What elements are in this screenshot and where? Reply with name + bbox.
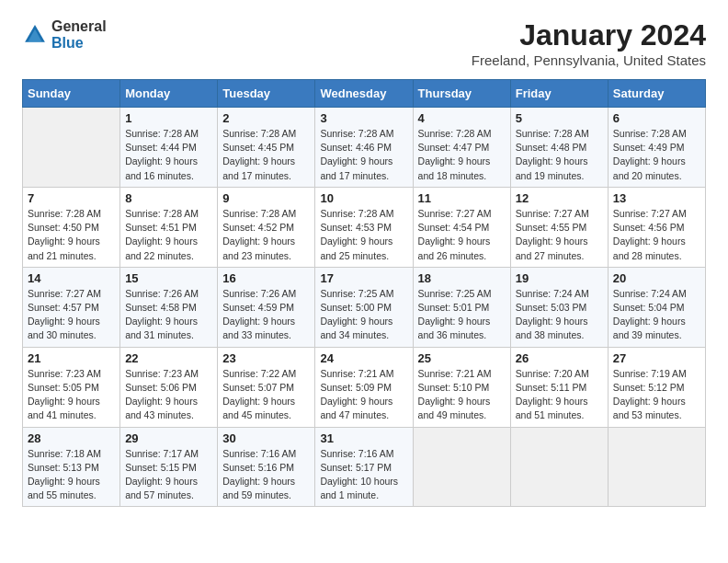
calendar-cell — [510, 427, 608, 507]
day-number: 29 — [125, 431, 212, 445]
day-info: Sunrise: 7:28 AMSunset: 4:46 PMDaylight:… — [320, 127, 407, 183]
day-info: Sunrise: 7:28 AMSunset: 4:45 PMDaylight:… — [222, 127, 310, 183]
calendar-cell: 7Sunrise: 7:28 AMSunset: 4:50 PMDaylight… — [23, 187, 120, 267]
day-info: Sunrise: 7:28 AMSunset: 4:47 PMDaylight:… — [418, 127, 506, 183]
week-row-3: 21Sunrise: 7:23 AMSunset: 5:05 PMDayligh… — [23, 347, 706, 427]
day-number: 30 — [222, 431, 310, 445]
day-number: 27 — [613, 351, 700, 365]
day-number: 12 — [516, 191, 603, 205]
day-number: 22 — [125, 351, 212, 365]
header-row: SundayMondayTuesdayWednesdayThursdayFrid… — [23, 80, 706, 108]
day-info: Sunrise: 7:25 AMSunset: 5:00 PMDaylight:… — [320, 287, 407, 343]
calendar-cell: 17Sunrise: 7:25 AMSunset: 5:00 PMDayligh… — [315, 267, 413, 347]
calendar-cell: 19Sunrise: 7:24 AMSunset: 5:03 PMDayligh… — [510, 267, 608, 347]
day-number: 14 — [28, 271, 115, 285]
day-info: Sunrise: 7:27 AMSunset: 4:54 PMDaylight:… — [418, 207, 506, 263]
day-info: Sunrise: 7:22 AMSunset: 5:07 PMDaylight:… — [222, 367, 310, 423]
calendar-cell: 14Sunrise: 7:27 AMSunset: 4:57 PMDayligh… — [23, 267, 120, 347]
header-wednesday: Wednesday — [315, 80, 413, 108]
day-number: 4 — [418, 111, 506, 125]
week-row-1: 7Sunrise: 7:28 AMSunset: 4:50 PMDaylight… — [23, 187, 706, 267]
calendar-cell: 6Sunrise: 7:28 AMSunset: 4:49 PMDaylight… — [608, 108, 705, 188]
day-info: Sunrise: 7:28 AMSunset: 4:49 PMDaylight:… — [613, 127, 700, 183]
location: Freeland, Pennsylvania, United States — [472, 52, 706, 68]
calendar-cell: 8Sunrise: 7:28 AMSunset: 4:51 PMDaylight… — [120, 187, 218, 267]
calendar-cell: 24Sunrise: 7:21 AMSunset: 5:09 PMDayligh… — [315, 347, 413, 427]
day-number: 7 — [28, 191, 115, 205]
week-row-2: 14Sunrise: 7:27 AMSunset: 4:57 PMDayligh… — [23, 267, 706, 347]
header-tuesday: Tuesday — [218, 80, 315, 108]
day-number: 2 — [222, 111, 310, 125]
generalblue-logo-icon — [22, 22, 48, 48]
day-info: Sunrise: 7:28 AMSunset: 4:48 PMDaylight:… — [516, 127, 603, 183]
day-number: 13 — [613, 191, 700, 205]
day-info: Sunrise: 7:24 AMSunset: 5:04 PMDaylight:… — [613, 287, 700, 343]
day-info: Sunrise: 7:28 AMSunset: 4:44 PMDaylight:… — [125, 127, 212, 183]
calendar-cell: 1Sunrise: 7:28 AMSunset: 4:44 PMDaylight… — [120, 108, 218, 188]
calendar-cell: 27Sunrise: 7:19 AMSunset: 5:12 PMDayligh… — [608, 347, 705, 427]
day-info: Sunrise: 7:16 AMSunset: 5:16 PMDaylight:… — [222, 447, 310, 503]
day-number: 10 — [320, 191, 407, 205]
calendar-cell: 5Sunrise: 7:28 AMSunset: 4:48 PMDaylight… — [510, 108, 608, 188]
day-number: 6 — [613, 111, 700, 125]
calendar-header: SundayMondayTuesdayWednesdayThursdayFrid… — [23, 80, 706, 108]
day-info: Sunrise: 7:23 AMSunset: 5:05 PMDaylight:… — [28, 367, 115, 423]
day-info: Sunrise: 7:28 AMSunset: 4:52 PMDaylight:… — [222, 207, 310, 263]
calendar-cell: 30Sunrise: 7:16 AMSunset: 5:16 PMDayligh… — [218, 427, 315, 507]
day-info: Sunrise: 7:27 AMSunset: 4:57 PMDaylight:… — [28, 287, 115, 343]
day-number: 16 — [222, 271, 310, 285]
calendar-cell: 11Sunrise: 7:27 AMSunset: 4:54 PMDayligh… — [413, 187, 510, 267]
calendar-cell: 16Sunrise: 7:26 AMSunset: 4:59 PMDayligh… — [218, 267, 315, 347]
day-number: 18 — [418, 271, 506, 285]
day-number: 8 — [125, 191, 212, 205]
title-block: January 2024 Freeland, Pennsylvania, Uni… — [472, 18, 706, 68]
header-thursday: Thursday — [413, 80, 510, 108]
calendar-cell: 18Sunrise: 7:25 AMSunset: 5:01 PMDayligh… — [413, 267, 510, 347]
month-title: January 2024 — [472, 18, 706, 52]
week-row-0: 1Sunrise: 7:28 AMSunset: 4:44 PMDaylight… — [23, 108, 706, 188]
calendar-cell: 25Sunrise: 7:21 AMSunset: 5:10 PMDayligh… — [413, 347, 510, 427]
header-sunday: Sunday — [23, 80, 120, 108]
header-friday: Friday — [510, 80, 608, 108]
header-saturday: Saturday — [608, 80, 705, 108]
calendar-cell: 3Sunrise: 7:28 AMSunset: 4:46 PMDaylight… — [315, 108, 413, 188]
day-info: Sunrise: 7:17 AMSunset: 5:15 PMDaylight:… — [125, 447, 212, 503]
day-number: 20 — [613, 271, 700, 285]
day-number: 15 — [125, 271, 212, 285]
calendar-cell: 12Sunrise: 7:27 AMSunset: 4:55 PMDayligh… — [510, 187, 608, 267]
calendar-cell: 13Sunrise: 7:27 AMSunset: 4:56 PMDayligh… — [608, 187, 705, 267]
calendar-cell: 10Sunrise: 7:28 AMSunset: 4:53 PMDayligh… — [315, 187, 413, 267]
header-monday: Monday — [120, 80, 218, 108]
page-header: General Blue January 2024 Freeland, Penn… — [22, 18, 706, 68]
day-info: Sunrise: 7:19 AMSunset: 5:12 PMDaylight:… — [613, 367, 700, 423]
logo-blue: Blue — [51, 35, 84, 51]
day-number: 19 — [516, 271, 603, 285]
calendar-cell: 15Sunrise: 7:26 AMSunset: 4:58 PMDayligh… — [120, 267, 218, 347]
day-info: Sunrise: 7:24 AMSunset: 5:03 PMDaylight:… — [516, 287, 603, 343]
day-number: 28 — [28, 431, 115, 445]
calendar-cell: 22Sunrise: 7:23 AMSunset: 5:06 PMDayligh… — [120, 347, 218, 427]
day-info: Sunrise: 7:28 AMSunset: 4:50 PMDaylight:… — [28, 207, 115, 263]
day-info: Sunrise: 7:21 AMSunset: 5:10 PMDaylight:… — [418, 367, 506, 423]
calendar-table: SundayMondayTuesdayWednesdayThursdayFrid… — [22, 79, 706, 507]
day-info: Sunrise: 7:18 AMSunset: 5:13 PMDaylight:… — [28, 447, 115, 503]
logo-general: General — [51, 18, 107, 34]
day-number: 24 — [320, 351, 407, 365]
day-number: 1 — [125, 111, 212, 125]
calendar-cell: 4Sunrise: 7:28 AMSunset: 4:47 PMDaylight… — [413, 108, 510, 188]
day-number: 11 — [418, 191, 506, 205]
day-number: 31 — [320, 431, 407, 445]
calendar-cell — [413, 427, 510, 507]
day-info: Sunrise: 7:20 AMSunset: 5:11 PMDaylight:… — [516, 367, 603, 423]
day-number: 21 — [28, 351, 115, 365]
calendar-cell: 20Sunrise: 7:24 AMSunset: 5:04 PMDayligh… — [608, 267, 705, 347]
calendar-cell: 26Sunrise: 7:20 AMSunset: 5:11 PMDayligh… — [510, 347, 608, 427]
day-info: Sunrise: 7:27 AMSunset: 4:55 PMDaylight:… — [516, 207, 603, 263]
calendar-cell: 31Sunrise: 7:16 AMSunset: 5:17 PMDayligh… — [315, 427, 413, 507]
day-number: 9 — [222, 191, 310, 205]
calendar-cell: 23Sunrise: 7:22 AMSunset: 5:07 PMDayligh… — [218, 347, 315, 427]
day-info: Sunrise: 7:21 AMSunset: 5:09 PMDaylight:… — [320, 367, 407, 423]
day-number: 5 — [516, 111, 603, 125]
day-number: 25 — [418, 351, 506, 365]
day-info: Sunrise: 7:25 AMSunset: 5:01 PMDaylight:… — [418, 287, 506, 343]
